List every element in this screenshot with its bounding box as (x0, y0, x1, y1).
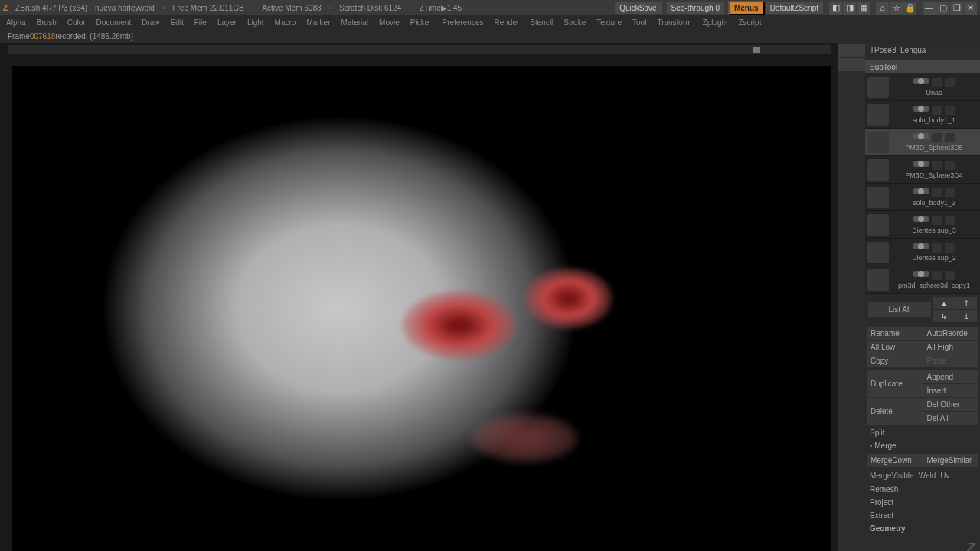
eye-icon[interactable] (945, 161, 956, 170)
all-high-button[interactable]: All High (923, 341, 979, 354)
tray-icon-2[interactable]: ◨ (843, 2, 856, 15)
delete-button[interactable]: Delete (867, 398, 923, 425)
subtool-row[interactable]: PM3D_Sphere3D4 (865, 156, 980, 184)
rename-button[interactable]: Rename (867, 327, 923, 340)
lightbox-icon[interactable]: ☆ (890, 2, 903, 15)
menu-document[interactable]: Document (96, 18, 132, 27)
subtool-row[interactable]: Dientes sup_3 (865, 211, 980, 239)
move-down-icon[interactable]: ↳ (933, 310, 955, 322)
merge-section[interactable]: Merge (865, 439, 980, 452)
project-section[interactable]: Project (865, 496, 980, 509)
visibility-toggle[interactable] (913, 78, 929, 84)
eye-icon[interactable] (945, 243, 956, 253)
visibility-toggle[interactable] (913, 216, 929, 222)
menu-transform[interactable]: Transform (657, 18, 691, 27)
menu-draw[interactable]: Draw (142, 18, 159, 27)
del-all-button[interactable]: Del All (923, 412, 979, 425)
visibility-toggle[interactable] (913, 106, 929, 112)
subtool-row[interactable]: pm3d_sphere3d_copy1 (865, 266, 980, 294)
all-low-button[interactable]: All Low (867, 341, 923, 354)
visibility-toggle[interactable] (913, 271, 929, 277)
menu-layer[interactable]: Layer (217, 18, 237, 27)
merge-down-button[interactable]: MergeDown (867, 454, 923, 467)
polypaint-icon[interactable] (932, 161, 942, 170)
polypaint-icon[interactable] (932, 78, 942, 87)
shelf-icon[interactable] (838, 58, 865, 71)
insert-button[interactable]: Insert (923, 384, 979, 397)
close-icon[interactable]: ✕ (964, 2, 977, 15)
subtool-row[interactable]: PM3D_Sphere3D5 (865, 129, 980, 156)
copy-button[interactable]: Copy (867, 354, 923, 367)
restore-icon[interactable]: ❐ (950, 2, 963, 15)
menu-texture[interactable]: Texture (596, 18, 622, 27)
menu-edit[interactable]: Edit (171, 18, 184, 27)
menu-stroke[interactable]: Stroke (564, 18, 586, 27)
polypaint-icon[interactable] (932, 271, 942, 280)
menu-stencil[interactable]: Stencil (530, 18, 553, 27)
polypaint-icon[interactable] (932, 216, 942, 225)
menu-material[interactable]: Material (341, 18, 369, 27)
menu-brush[interactable]: Brush (37, 18, 57, 27)
see-through-button[interactable]: See-through 0 (667, 2, 724, 14)
merge-similar-button[interactable]: MergeSimilar (923, 454, 979, 467)
list-all-button[interactable]: List All (868, 302, 931, 317)
uv-button[interactable]: Uv (940, 470, 949, 481)
visibility-toggle[interactable] (913, 188, 929, 194)
move-bottom-icon[interactable]: ⤓ (956, 310, 977, 322)
split-section[interactable]: Split (865, 426, 980, 439)
eye-icon[interactable] (945, 271, 956, 280)
menus-button[interactable]: Menus (728, 1, 765, 15)
eye-icon[interactable] (945, 188, 956, 197)
menu-zplugin[interactable]: Zplugin (703, 18, 728, 27)
tray-icon[interactable]: ◧ (829, 2, 842, 15)
extract-section[interactable]: Extract (865, 509, 980, 522)
menu-macro[interactable]: Macro (275, 18, 296, 27)
minimize-icon[interactable]: — (923, 2, 936, 15)
menu-alpha[interactable]: Alpha (6, 18, 26, 27)
maximize-icon[interactable]: ▢ (936, 2, 949, 15)
quicksave-button[interactable]: QuickSave (615, 2, 661, 14)
subtool-row[interactable]: solo_body1_2 (865, 184, 980, 211)
polypaint-icon[interactable] (932, 188, 942, 197)
lock-icon[interactable]: 🔒 (903, 2, 916, 15)
remesh-section[interactable]: Remesh (865, 483, 980, 496)
weld-button[interactable]: Weld (919, 470, 936, 481)
subtool-row[interactable]: Dientes sup_2 (865, 239, 980, 266)
merge-visible-button[interactable]: MergeVisible (870, 470, 914, 481)
geometry-section[interactable]: Geometry (865, 522, 980, 535)
polypaint-icon[interactable] (932, 133, 942, 142)
menu-file[interactable]: File (194, 18, 207, 27)
move-up-icon[interactable]: ▲ (933, 297, 955, 309)
menu-render[interactable]: Render (495, 18, 520, 27)
menu-picker[interactable]: Picker (410, 18, 432, 27)
subtool-row[interactable]: Unas (865, 73, 980, 101)
eye-icon[interactable] (945, 133, 956, 142)
visibility-toggle[interactable] (913, 243, 929, 249)
home-icon[interactable]: ⌂ (876, 2, 889, 15)
default-zscript-button[interactable]: DefaultZScript (766, 2, 823, 14)
viewport-timeline[interactable] (8, 45, 831, 54)
append-button[interactable]: Append (923, 370, 979, 383)
polypaint-icon[interactable] (932, 106, 942, 115)
subtool-row[interactable]: solo_body1_1 (865, 101, 980, 129)
del-other-button[interactable]: Del Other (923, 398, 979, 411)
visibility-toggle[interactable] (913, 161, 929, 167)
eye-icon[interactable] (945, 78, 956, 87)
polypaint-icon[interactable] (932, 243, 942, 253)
move-top-icon[interactable]: ⤒ (956, 297, 977, 309)
menu-zscript[interactable]: Zscript (738, 18, 761, 27)
duplicate-button[interactable]: Duplicate (867, 370, 923, 397)
menu-tool[interactable]: Tool (632, 18, 646, 27)
menu-color[interactable]: Color (67, 18, 86, 27)
menu-preferences[interactable]: Preferences (443, 18, 484, 27)
eye-icon[interactable] (945, 106, 956, 115)
eye-icon[interactable] (945, 216, 956, 225)
visibility-toggle[interactable] (913, 133, 929, 139)
menu-marker[interactable]: Marker (306, 18, 330, 27)
viewport-canvas[interactable] (12, 66, 831, 551)
subtool-header[interactable]: SubTool (865, 60, 980, 73)
tray-icon-3[interactable]: ▦ (857, 2, 870, 15)
menu-light[interactable]: Light (247, 18, 264, 27)
autoreorder-button[interactable]: AutoReorde (923, 327, 979, 340)
paste-button[interactable]: Paste (923, 354, 979, 367)
